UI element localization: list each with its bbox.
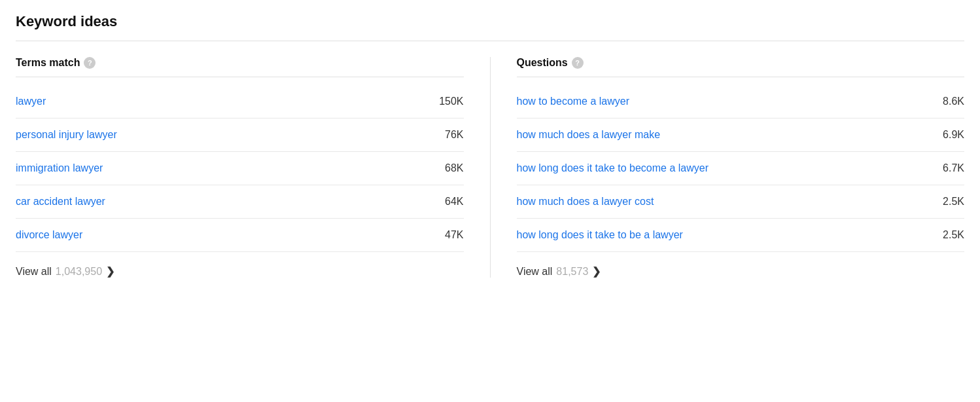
question-volume: 2.5K	[943, 196, 964, 208]
keyword-volume: 64K	[445, 196, 463, 208]
questions-header: Questions ?	[517, 57, 965, 77]
questions-list: how to become a lawyer8.6Khow much does …	[517, 85, 965, 252]
terms-match-header: Terms match ?	[16, 57, 464, 77]
question-volume: 8.6K	[943, 96, 964, 107]
keyword-link[interactable]: car accident lawyer	[16, 196, 105, 208]
terms-match-label: Terms match	[16, 57, 80, 69]
two-column-layout: Terms match ? lawyer150Kpersonal injury …	[16, 57, 964, 278]
page-title: Keyword ideas	[16, 13, 964, 41]
keyword-volume: 47K	[445, 229, 463, 241]
questions-view-all[interactable]: View all 81,573 ❯	[517, 252, 965, 278]
question-volume: 2.5K	[943, 229, 964, 241]
table-row: personal injury lawyer76K	[16, 119, 464, 152]
question-link[interactable]: how long does it take to be a lawyer	[517, 229, 683, 241]
terms-match-view-all[interactable]: View all 1,043,950 ❯	[16, 252, 464, 278]
keyword-link[interactable]: divorce lawyer	[16, 229, 82, 241]
table-row: how to become a lawyer8.6K	[517, 85, 965, 119]
table-row: how long does it take to become a lawyer…	[517, 152, 965, 185]
terms-match-view-all-label: View all	[16, 266, 52, 278]
table-row: how much does a lawyer cost2.5K	[517, 185, 965, 219]
keyword-volume: 68K	[445, 162, 463, 174]
table-row: immigration lawyer68K	[16, 152, 464, 185]
keyword-link[interactable]: lawyer	[16, 96, 46, 107]
question-link[interactable]: how much does a lawyer make	[517, 129, 661, 141]
table-row: how much does a lawyer make6.9K	[517, 119, 965, 152]
questions-view-all-count: 81,573	[556, 266, 588, 278]
question-link[interactable]: how long does it take to become a lawyer	[517, 162, 709, 174]
table-row: how long does it take to be a lawyer2.5K	[517, 219, 965, 252]
keyword-link[interactable]: immigration lawyer	[16, 162, 103, 174]
terms-match-column: Terms match ? lawyer150Kpersonal injury …	[16, 57, 490, 278]
questions-column: Questions ? how to become a lawyer8.6Kho…	[490, 57, 965, 278]
questions-view-all-arrow: ❯	[592, 265, 601, 278]
question-volume: 6.7K	[943, 162, 964, 174]
keyword-link[interactable]: personal injury lawyer	[16, 129, 117, 141]
questions-label: Questions	[517, 57, 568, 69]
table-row: divorce lawyer47K	[16, 219, 464, 252]
terms-match-list: lawyer150Kpersonal injury lawyer76Kimmig…	[16, 85, 464, 252]
question-link[interactable]: how to become a lawyer	[517, 96, 630, 107]
table-row: car accident lawyer64K	[16, 185, 464, 219]
question-volume: 6.9K	[943, 129, 964, 141]
table-row: lawyer150K	[16, 85, 464, 119]
question-link[interactable]: how much does a lawyer cost	[517, 196, 654, 208]
questions-view-all-label: View all	[517, 266, 553, 278]
questions-help-icon[interactable]: ?	[572, 57, 584, 69]
keyword-volume: 76K	[445, 129, 463, 141]
terms-match-view-all-count: 1,043,950	[56, 266, 102, 278]
terms-match-help-icon[interactable]: ?	[84, 57, 96, 69]
terms-match-view-all-arrow: ❯	[106, 265, 114, 278]
keyword-volume: 150K	[439, 96, 463, 107]
